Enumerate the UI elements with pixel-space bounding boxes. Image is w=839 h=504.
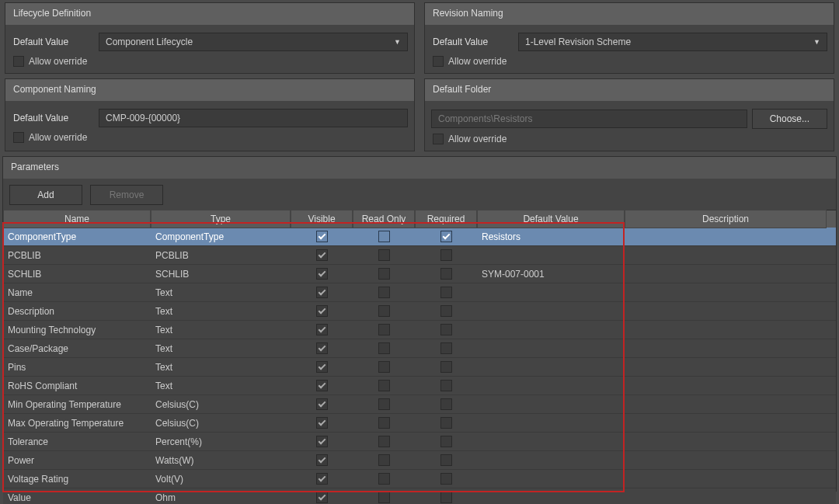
table-row[interactable]: RoHS CompliantText: [3, 377, 836, 395]
col-header[interactable]: Required: [415, 210, 477, 228]
default-folder-override-checkbox[interactable]: [433, 134, 444, 144]
required-checkbox[interactable]: [440, 287, 452, 298]
table-row[interactable]: SCHLIBSCHLIBSYM-007-0001: [3, 265, 836, 283]
cell-description: [625, 339, 827, 357]
lifecycle-override-checkbox[interactable]: [13, 56, 24, 67]
table-row[interactable]: PinsText: [3, 358, 836, 377]
readonly-checkbox[interactable]: [378, 380, 390, 391]
cell-name: Tolerance: [3, 433, 151, 450]
table-row[interactable]: ValueOhm: [3, 488, 836, 504]
required-checkbox[interactable]: [440, 324, 452, 335]
cell-name: Name: [3, 283, 151, 301]
readonly-checkbox[interactable]: [378, 436, 390, 447]
lifecycle-dropdown[interactable]: Component Lifecycle ▼: [99, 33, 408, 51]
table-row[interactable]: Voltage RatingVolt(V): [3, 470, 836, 488]
readonly-checkbox[interactable]: [378, 231, 390, 242]
table-row[interactable]: NameText: [3, 283, 836, 302]
cell-type: Text: [151, 321, 291, 339]
visible-checkbox[interactable]: [316, 324, 328, 335]
remove-button[interactable]: Remove: [90, 185, 163, 205]
required-checkbox[interactable]: [440, 492, 452, 503]
revision-dropdown[interactable]: 1-Level Revision Scheme ▼: [518, 33, 827, 51]
visible-checkbox[interactable]: [316, 380, 328, 391]
required-checkbox[interactable]: [440, 268, 452, 280]
visible-checkbox[interactable]: [316, 492, 328, 503]
required-checkbox[interactable]: [440, 417, 452, 429]
cell-default: [477, 302, 625, 320]
required-checkbox[interactable]: [440, 454, 452, 466]
readonly-checkbox[interactable]: [378, 473, 390, 485]
component-naming-override-checkbox[interactable]: [13, 132, 24, 143]
revision-override-checkbox[interactable]: [433, 56, 444, 67]
visible-checkbox[interactable]: [316, 361, 328, 373]
cell-name: SCHLIB: [3, 265, 151, 283]
table-row[interactable]: Min Operating TemperatureCelsius(C): [3, 395, 836, 414]
visible-checkbox[interactable]: [316, 268, 328, 280]
add-button[interactable]: Add: [9, 185, 82, 205]
cell-name: Pins: [3, 358, 151, 376]
visible-checkbox[interactable]: [316, 436, 328, 447]
col-header[interactable]: Description: [625, 210, 827, 228]
choose-button[interactable]: Choose...: [752, 109, 827, 129]
readonly-checkbox[interactable]: [378, 454, 390, 466]
cell-name: Description: [3, 302, 151, 320]
cell-default: [477, 433, 625, 450]
table-row[interactable]: ComponentTypeComponentTypeResistors: [3, 228, 836, 246]
readonly-checkbox[interactable]: [378, 287, 390, 298]
readonly-checkbox[interactable]: [378, 492, 390, 503]
col-header[interactable]: Read Only: [353, 210, 415, 228]
visible-checkbox[interactable]: [316, 417, 328, 429]
revision-override-label: Allow override: [448, 56, 507, 67]
cell-description: [625, 451, 827, 469]
visible-checkbox[interactable]: [316, 249, 328, 261]
visible-checkbox[interactable]: [316, 473, 328, 485]
cell-default: [477, 395, 625, 413]
readonly-checkbox[interactable]: [378, 342, 390, 354]
table-row[interactable]: PowerWatts(W): [3, 451, 836, 470]
default-folder-input[interactable]: Components\Resistors: [431, 109, 747, 128]
lifecycle-definition-header: Lifecycle Definition: [5, 3, 414, 25]
readonly-checkbox[interactable]: [378, 305, 390, 317]
revision-default-label: Default Value: [431, 36, 518, 47]
visible-checkbox[interactable]: [316, 454, 328, 466]
lifecycle-dropdown-value: Component Lifecycle: [106, 36, 193, 47]
visible-checkbox[interactable]: [316, 342, 328, 354]
visible-checkbox[interactable]: [316, 287, 328, 298]
cell-default: [477, 246, 625, 264]
cell-description: [625, 414, 827, 432]
required-checkbox[interactable]: [440, 305, 452, 317]
required-checkbox[interactable]: [440, 380, 452, 391]
cell-description: [625, 302, 827, 320]
cell-name: Voltage Rating: [3, 470, 151, 488]
table-row[interactable]: Max Operating TemperatureCelsius(C): [3, 414, 836, 433]
visible-checkbox[interactable]: [316, 398, 328, 410]
readonly-checkbox[interactable]: [378, 398, 390, 410]
component-naming-input[interactable]: CMP-009-{00000}: [99, 109, 408, 127]
required-checkbox[interactable]: [440, 436, 452, 447]
table-row[interactable]: PCBLIBPCBLIB: [3, 246, 836, 265]
visible-checkbox[interactable]: [316, 231, 328, 242]
table-row[interactable]: TolerancePercent(%): [3, 433, 836, 451]
col-header[interactable]: Type: [151, 210, 291, 228]
col-header[interactable]: Default Value: [477, 210, 625, 228]
required-checkbox[interactable]: [440, 231, 452, 242]
readonly-checkbox[interactable]: [378, 268, 390, 280]
readonly-checkbox[interactable]: [378, 417, 390, 429]
readonly-checkbox[interactable]: [378, 249, 390, 261]
cell-default: [477, 414, 625, 432]
table-row[interactable]: Case/PackageText: [3, 339, 836, 358]
col-header[interactable]: Name: [3, 210, 151, 228]
required-checkbox[interactable]: [440, 249, 452, 261]
readonly-checkbox[interactable]: [378, 361, 390, 373]
cell-description: [625, 228, 827, 245]
required-checkbox[interactable]: [440, 361, 452, 373]
required-checkbox[interactable]: [440, 473, 452, 485]
visible-checkbox[interactable]: [316, 305, 328, 317]
table-row[interactable]: DescriptionText: [3, 302, 836, 321]
required-checkbox[interactable]: [440, 398, 452, 410]
required-checkbox[interactable]: [440, 342, 452, 354]
default-folder-override-label: Allow override: [448, 134, 507, 144]
col-header[interactable]: Visible: [291, 210, 353, 228]
table-row[interactable]: Mounting TechnologyText: [3, 321, 836, 339]
readonly-checkbox[interactable]: [378, 324, 390, 335]
